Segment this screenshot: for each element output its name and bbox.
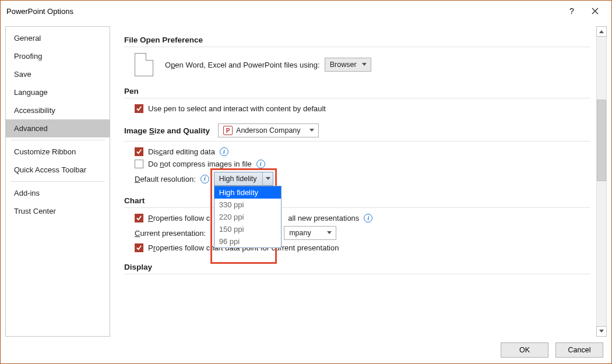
chart-props-current-checkbox[interactable] [135, 243, 143, 252]
chevron-down-icon [360, 62, 368, 67]
info-icon[interactable] [256, 160, 265, 168]
pen-use-checkbox[interactable] [135, 104, 143, 113]
scroll-down-icon[interactable] [596, 326, 607, 337]
file-open-dropdown[interactable]: Browser [325, 58, 371, 72]
dialog-footer: OK Cancel [1, 337, 611, 363]
discard-editing-label: Discard editing data [148, 147, 215, 156]
window-title: PowerPoint Options [6, 7, 73, 16]
sidebar-item-accessibility[interactable]: Accessibility [6, 101, 110, 119]
section-pen: Pen [124, 87, 590, 96]
vertical-scrollbar[interactable] [596, 26, 607, 337]
no-compress-row: Do not compress images in file [135, 160, 590, 168]
resolution-option[interactable]: 220 ppi [214, 211, 281, 223]
resolution-option[interactable]: 96 ppi [214, 235, 281, 248]
titlebar: PowerPoint Options ? [1, 1, 611, 22]
discard-editing-checkbox[interactable] [135, 147, 143, 156]
section-chart: Chart [124, 196, 590, 205]
default-resolution-label: Default resolution: [135, 175, 196, 183]
chart-props-all-row: Properties follow c all new presentation… [135, 214, 590, 222]
chart-props-all-checkbox[interactable] [135, 214, 143, 222]
document-icon [135, 53, 153, 76]
powerpoint-icon: P [223, 126, 233, 135]
help-icon[interactable]: ? [560, 1, 583, 22]
default-resolution-dropdown[interactable]: High fidelity [214, 172, 274, 186]
current-presentation-dropdown[interactable]: mpany [284, 226, 336, 240]
sidebar-item-add-ins[interactable]: Add-ins [6, 184, 110, 202]
scroll-up-icon[interactable] [596, 26, 607, 37]
file-open-label: Open Word, Excel and PowerPoint files us… [165, 61, 320, 69]
chevron-down-icon[interactable] [262, 172, 273, 185]
ok-button[interactable]: OK [501, 342, 548, 358]
section-display: Display [124, 263, 590, 271]
default-resolution-listbox[interactable]: High fidelity330 ppi220 ppi150 ppi96 ppi [214, 186, 282, 248]
sidebar-item-trust-center[interactable]: Trust Center [6, 202, 110, 220]
chevron-down-icon [308, 128, 316, 133]
sidebar-item-general[interactable]: General [6, 29, 110, 47]
chart-props-all-label: Properties follow c [148, 214, 210, 222]
scroll-thumb[interactable] [597, 100, 606, 181]
current-presentation-row: Current presentation: mpany [135, 226, 590, 240]
sidebar-item-proofing[interactable]: Proofing [6, 47, 110, 65]
cancel-button[interactable]: Cancel [555, 342, 603, 358]
sidebar-item-save[interactable]: Save [6, 65, 110, 83]
content-pane: File Open Preference Open Word, Excel an… [118, 26, 594, 337]
resolution-option[interactable]: 150 ppi [214, 223, 281, 235]
resolution-option[interactable]: 330 ppi [214, 199, 281, 211]
options-dialog: PowerPoint Options ? GeneralProofingSave… [0, 0, 612, 364]
section-file-open: File Open Preference [124, 36, 590, 44]
sidebar-item-customize-ribbon[interactable]: Customize Ribbon [6, 143, 110, 161]
no-compress-checkbox[interactable] [135, 160, 143, 168]
chart-props-current-row: Properties follow chart data point for c… [135, 243, 590, 252]
default-resolution-row: Default resolution: High fidelity High f… [135, 172, 590, 186]
section-image: Image Size and Quality [124, 126, 210, 135]
sidebar-item-language[interactable]: Language [6, 83, 110, 101]
sidebar: GeneralProofingSaveLanguageAccessibility… [5, 26, 110, 337]
image-doc-dropdown[interactable]: P Anderson Company [218, 123, 318, 137]
resolution-option[interactable]: High fidelity [214, 186, 281, 199]
info-icon[interactable] [220, 147, 228, 156]
no-compress-label: Do not compress images in file [148, 160, 252, 168]
chevron-down-icon [325, 231, 333, 235]
sidebar-item-quick-access-toolbar[interactable]: Quick Access Toolbar [6, 161, 110, 179]
pen-use-row: Use pen to select and interact with cont… [135, 104, 590, 113]
current-presentation-label: Current presentation: [135, 229, 206, 238]
info-icon[interactable] [364, 214, 372, 222]
sidebar-item-advanced[interactable]: Advanced [6, 119, 110, 137]
file-open-row: Open Word, Excel and PowerPoint files us… [135, 53, 590, 76]
discard-editing-row: Discard editing data [135, 147, 590, 156]
close-icon[interactable] [583, 1, 607, 22]
pen-use-label: Use pen to select and interact with cont… [148, 104, 326, 113]
info-icon[interactable] [201, 175, 209, 183]
